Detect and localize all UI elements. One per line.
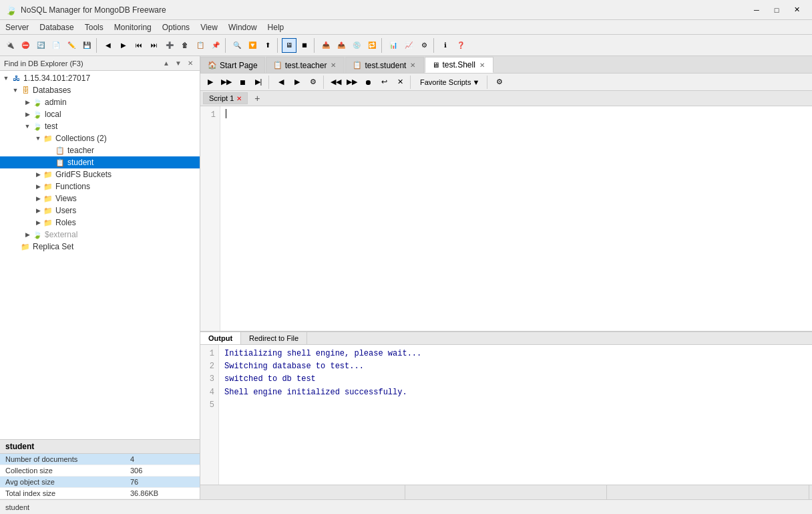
record-script[interactable]: ⏺	[361, 76, 375, 89]
expand-server[interactable]: ▼	[1, 74, 11, 83]
expand-local[interactable]: ▶	[23, 110, 32, 119]
expand-collections[interactable]: ▼	[33, 134, 43, 143]
editor-content[interactable]	[220, 106, 812, 331]
menu-tools[interactable]: Tools	[79, 20, 109, 35]
expand-admin[interactable]: ▶	[23, 98, 32, 107]
maximize-button[interactable]: □	[767, 3, 787, 17]
menu-monitoring[interactable]: Monitoring	[109, 20, 157, 35]
tb-filter[interactable]: 🔽	[245, 38, 260, 53]
tree-node-gridfs[interactable]: ▶ 📁 GridFS Buckets	[0, 168, 200, 180]
tb-server-disconnect[interactable]: ⛔	[18, 38, 33, 53]
expand-users[interactable]: ▶	[33, 206, 43, 215]
tree-node-users[interactable]: ▶ 📁 Users	[0, 205, 200, 217]
menu-help[interactable]: Help	[262, 20, 290, 35]
menu-view[interactable]: View	[195, 20, 223, 35]
db-explorer-down[interactable]: ▼	[173, 58, 184, 69]
close-button[interactable]: ✕	[787, 3, 807, 17]
databases-label: Databases	[33, 86, 71, 95]
tab-test-teacher[interactable]: 📋 test.teacher ✕	[266, 57, 345, 73]
tb-paste[interactable]: 📌	[208, 38, 223, 53]
redirect-file-tab[interactable]: Redirect to File	[241, 332, 307, 344]
expand-external[interactable]: ▶	[23, 230, 32, 239]
expand-views[interactable]: ▶	[33, 194, 43, 203]
tree-node-collections[interactable]: ▼ 📁 Collections (2)	[0, 132, 200, 144]
left-panel: Find in DB Explorer (F3) ▲ ▼ ✕ ▼ 🖧 1.15.…	[0, 56, 200, 499]
tree-node-server[interactable]: ▼ 🖧 1.15.34.101:27017	[0, 72, 200, 84]
tree-node-external[interactable]: ▶ 🍃 $external	[0, 229, 200, 241]
favorite-scripts-btn[interactable]: Favorite Scripts ▼	[415, 76, 484, 89]
expand-test[interactable]: ▼	[23, 122, 32, 131]
tb-edit[interactable]: ✏️	[64, 38, 79, 53]
menu-window[interactable]: Window	[223, 20, 262, 35]
tb-insert[interactable]: ➕	[162, 38, 177, 53]
tree-node-databases[interactable]: ▼ 🗄 Databases	[0, 84, 200, 96]
tb-new-query[interactable]: 📄	[49, 38, 63, 53]
tb-help[interactable]: ❓	[453, 38, 468, 53]
tb-monitor[interactable]: 📈	[401, 38, 416, 53]
script-options[interactable]: ⚙	[306, 76, 321, 89]
tree-node-roles[interactable]: ▶ 📁 Roles	[0, 217, 200, 229]
tab-test-shell[interactable]: 🖥 test.Shell ✕	[425, 57, 493, 73]
run-to-cursor[interactable]: ▶|	[251, 76, 266, 89]
end-script[interactable]: ▶▶	[345, 76, 359, 89]
tb-options[interactable]: ⚙	[417, 38, 431, 53]
close-script-1[interactable]: ✕	[236, 95, 242, 102]
clear-script[interactable]: ✕	[393, 76, 407, 89]
tb-refresh[interactable]: 🔄	[33, 38, 48, 53]
script-tab-1[interactable]: Script 1 ✕	[203, 92, 248, 104]
replicaset-icon: 📁	[20, 241, 31, 252]
tree-node-test[interactable]: ▼ 🍃 test	[0, 120, 200, 132]
tb-dump[interactable]: 💿	[349, 38, 364, 53]
tree-node-functions[interactable]: ▶ 📁 Functions	[0, 180, 200, 192]
tb-prev[interactable]: ◀	[101, 38, 116, 53]
tb-next[interactable]: ▶	[116, 38, 131, 53]
tb-find[interactable]: 🔍	[230, 38, 244, 53]
tb-last[interactable]: ⏭	[147, 38, 162, 53]
tb-analyze[interactable]: 📊	[386, 38, 401, 53]
tree-node-replicaset[interactable]: ▶ 📁 Replica Set	[0, 241, 200, 253]
run-all-btn[interactable]: ▶▶	[219, 76, 234, 89]
tb-restore[interactable]: 🔁	[365, 38, 379, 53]
expand-gridfs[interactable]: ▶	[33, 170, 43, 179]
tree-node-student[interactable]: ▶ 📋 student	[0, 156, 200, 168]
db-explorer-up[interactable]: ▲	[161, 58, 172, 69]
menu-server[interactable]: Server	[0, 20, 34, 35]
expand-databases[interactable]: ▼	[11, 86, 20, 95]
tb-server-connect[interactable]: 🔌	[3, 38, 17, 53]
tab-teacher-label: test.teacher	[285, 61, 327, 70]
close-teacher-tab[interactable]: ✕	[329, 61, 337, 69]
expand-functions[interactable]: ▶	[33, 182, 43, 191]
tb-stop[interactable]: ⏹	[297, 38, 312, 53]
db-explorer-close[interactable]: ✕	[185, 58, 196, 69]
add-script-tab[interactable]: +	[250, 92, 264, 104]
begin-script[interactable]: ◀◀	[329, 76, 343, 89]
stop-script-btn[interactable]: ⏹	[235, 76, 250, 89]
tb-save[interactable]: 💾	[79, 38, 94, 53]
tb-delete[interactable]: 🗑	[178, 38, 192, 53]
close-shell-tab[interactable]: ✕	[478, 61, 486, 69]
tree-node-views[interactable]: ▶ 📁 Views	[0, 192, 200, 205]
tb-info[interactable]: ℹ	[438, 38, 453, 53]
prev-script[interactable]: ◀	[274, 76, 288, 89]
minimize-button[interactable]: ─	[747, 3, 767, 17]
script-gear[interactable]: ⚙	[492, 76, 507, 89]
expand-roles[interactable]: ▶	[33, 218, 43, 227]
menu-database[interactable]: Database	[34, 20, 79, 35]
tb-sort[interactable]: ⬆	[260, 38, 275, 53]
tree-node-teacher[interactable]: ▶ 📋 teacher	[0, 144, 200, 156]
menu-options[interactable]: Options	[157, 20, 195, 35]
output-tab[interactable]: Output	[200, 332, 241, 344]
close-student-tab[interactable]: ✕	[409, 61, 417, 69]
tb-first[interactable]: ⏮	[132, 38, 146, 53]
next-script[interactable]: ▶	[290, 76, 304, 89]
tb-export[interactable]: 📤	[334, 38, 349, 53]
undo-script[interactable]: ↩	[377, 76, 391, 89]
run-btn[interactable]: ▶	[203, 76, 218, 89]
tb-shell[interactable]: 🖥	[282, 38, 296, 53]
tb-import[interactable]: 📥	[319, 38, 333, 53]
tree-node-local[interactable]: ▶ 🍃 local	[0, 108, 200, 120]
tab-start-page[interactable]: 🏠 Start Page	[200, 57, 265, 73]
tree-node-admin[interactable]: ▶ 🍃 admin	[0, 96, 200, 108]
tb-copy[interactable]: 📋	[193, 38, 208, 53]
tab-test-student[interactable]: 📋 test.student ✕	[345, 57, 424, 73]
